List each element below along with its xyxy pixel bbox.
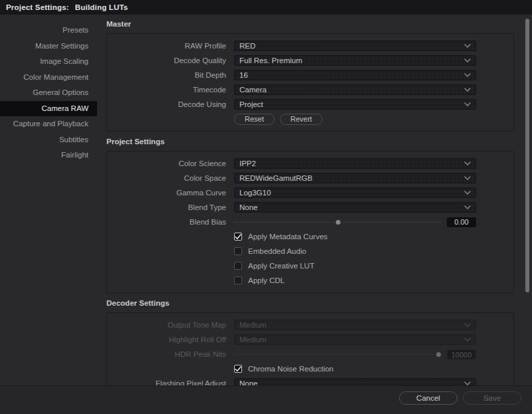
cancel-button[interactable]: Cancel [399,391,458,405]
blend-type-label: Blend Type [107,203,234,211]
checkmark-icon [235,366,241,372]
dialog-body: Presets Master Settings Image Scaling Co… [0,15,532,385]
project-settings-dialog: Project Settings: Building LUTs Presets … [0,0,532,414]
save-button[interactable]: Save [463,391,521,405]
chevron-down-icon [464,161,471,165]
decode-quality-label: Decode Quality [107,56,234,64]
chevron-down-icon [464,58,471,62]
color-science-select[interactable]: IPP2 [234,158,476,169]
blend-bias-slider[interactable] [234,217,442,227]
chroma-noise-reduction-checkbox[interactable] [234,365,242,373]
gamma-curve-label: Gamma Curve [107,189,234,197]
sidebar-item-image-scaling[interactable]: Image Scaling [0,54,97,70]
color-science-label: Color Science [107,159,234,167]
highlight-roll-off-select: Medium [234,334,476,345]
chroma-noise-reduction-label: Chroma Noise Reduction [248,365,333,373]
color-space-label: Color Space [107,174,234,182]
apply-creative-lut-checkbox[interactable] [234,262,242,270]
section-title-decoder-settings: Decoder Settings [106,299,532,308]
footer: Cancel Save [0,385,532,414]
chevron-down-icon [464,88,471,92]
revert-button[interactable]: Revert [280,114,323,125]
sidebar-item-subtitles[interactable]: Subtitles [0,132,97,148]
master-groupbox: RAW Profile RED Decode Quality Full Res.… [106,33,514,132]
sidebar-item-master-settings[interactable]: Master Settings [0,39,97,54]
blend-bias-label: Blend Bias [107,218,234,226]
sidebar-item-capture-and-playback[interactable]: Capture and Playback [0,116,97,132]
hdr-peak-nits-slider [234,349,442,360]
decode-using-select[interactable]: Project [234,99,476,110]
output-tone-map-select: Medium [234,320,476,330]
settings-panel: Master RAW Profile RED Decode Quality Fu… [97,15,532,385]
slider-thumb[interactable] [336,220,340,225]
raw-profile-select[interactable]: RED [234,41,476,51]
sidebar-item-camera-raw[interactable]: Camera RAW [0,101,97,117]
slider-thumb [436,352,441,357]
blend-bias-value[interactable]: 0.00 [447,217,476,227]
embedded-audio-checkbox[interactable] [234,247,242,255]
chevron-down-icon [464,205,471,209]
decoder-settings-groupbox: Output Tone Map Medium Highlight Roll Of… [106,312,514,385]
chevron-down-icon [464,73,471,77]
chevron-down-icon [464,338,471,342]
apply-creative-lut-label: Apply Creative LUT [248,262,315,270]
sidebar-item-presets[interactable]: Presets [0,23,97,39]
chevron-down-icon [464,176,471,180]
apply-cdl-label: Apply CDL [248,276,285,284]
sidebar: Presets Master Settings Image Scaling Co… [0,15,97,385]
section-title-master: Master [106,20,532,29]
flashing-pixel-adjust-label: Flashing Pixel Adjust [107,379,234,385]
apply-cdl-checkbox[interactable] [234,276,242,284]
blend-type-select[interactable]: None [234,202,476,213]
apply-metadata-curves-checkbox[interactable] [234,233,242,241]
embedded-audio-label: Embedded Audio [248,247,307,255]
bit-depth-label: Bit Depth [107,71,234,79]
apply-metadata-curves-label: Apply Metadata Curves [248,233,328,241]
checkmark-icon [235,234,241,240]
slider-track [234,354,442,355]
bit-depth-select[interactable]: 16 [234,70,476,80]
dialog-title: Project Settings: [6,3,69,11]
reset-button[interactable]: Reset [234,114,275,125]
timecode-label: Timecode [107,86,234,94]
chevron-down-icon [464,323,471,327]
highlight-roll-off-label: Highlight Roll Off [107,336,234,344]
output-tone-map-label: Output Tone Map [107,321,234,329]
flashing-pixel-adjust-select[interactable]: None [234,378,476,385]
sidebar-item-color-management[interactable]: Color Management [0,70,97,86]
chevron-down-icon [464,191,471,195]
hdr-peak-nits-label: HDR Peak Nits [107,350,234,358]
sidebar-item-general-options[interactable]: General Options [0,85,97,101]
gamma-curve-select[interactable]: Log3G10 [234,187,476,198]
titlebar: Project Settings: Building LUTs [0,0,532,15]
chevron-down-icon [464,44,471,48]
project-name: Building LUTs [75,3,128,11]
timecode-select[interactable]: Camera [234,84,476,95]
scrollbar[interactable] [525,19,529,292]
decode-quality-select[interactable]: Full Res. Premium [234,55,476,66]
project-settings-groupbox: Color Science IPP2 Color Space REDWideGa… [106,151,514,293]
sidebar-item-fairlight[interactable]: Fairlight [0,148,97,163]
decode-using-label: Decode Using [107,100,234,108]
chevron-down-icon [464,102,471,106]
raw-profile-label: RAW Profile [107,42,234,50]
section-title-project-settings: Project Settings [106,138,532,147]
color-space-select[interactable]: REDWideGamutRGB [234,173,476,183]
hdr-peak-nits-value: 10000 [447,350,476,360]
